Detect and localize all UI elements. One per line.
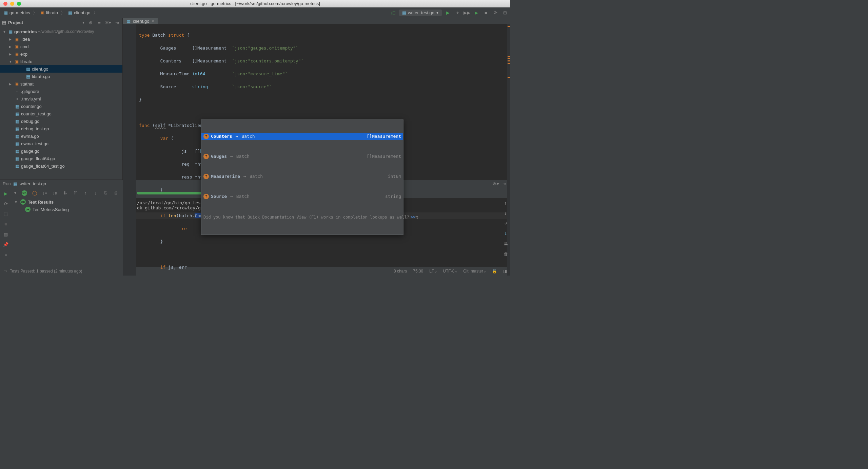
breadcrumb-item[interactable]: ▣ librato — [39, 10, 59, 16]
tree-file[interactable]: ▦ewma.go — [0, 132, 122, 140]
debug-button[interactable]: ⌖ — [454, 10, 461, 16]
hide-icon[interactable]: ⇥ — [114, 19, 120, 26]
project-view-icon[interactable]: ▤ — [2, 20, 6, 25]
completion-name: Gauges — [211, 153, 227, 160]
arrow-icon: → — [230, 153, 233, 160]
collapse-all-icon[interactable]: ⇈ — [72, 190, 79, 196]
completion-item[interactable]: f Counters → Batch []Measurement — [201, 133, 403, 140]
expand-arrow-icon[interactable]: ▼ — [14, 200, 18, 204]
tree-file[interactable]: ▦counter.go — [0, 102, 122, 110]
tree-file[interactable]: ▦counter_test.go — [0, 110, 122, 117]
tree-file[interactable]: ▫.travis.yml — [0, 95, 122, 102]
tree-folder[interactable]: ▶▣exp — [0, 50, 122, 58]
profile-button[interactable]: ▶ — [473, 10, 480, 16]
warning-marker[interactable] — [508, 58, 510, 59]
minimize-window-button[interactable] — [10, 2, 14, 6]
expand-icon[interactable]: » — [2, 251, 9, 258]
prev-icon[interactable]: ↑ — [82, 190, 89, 196]
warning-marker[interactable] — [508, 77, 510, 78]
sort-alpha-icon[interactable]: ↓a — [52, 190, 58, 196]
sort-icon[interactable]: ↓≡ — [41, 190, 48, 196]
warning-marker[interactable] — [508, 63, 510, 64]
import-icon[interactable]: ⎙ — [113, 190, 119, 196]
test-tree[interactable]: ▼ OK Test Results 3ms OK TestMetricsSort… — [12, 198, 134, 267]
expand-arrow-icon[interactable]: ▶ — [9, 37, 13, 41]
scroll-to-end-icon[interactable]: ⤓ — [502, 230, 509, 237]
tip-link[interactable]: >> — [411, 214, 415, 221]
tree-label: ewma_test.go — [21, 141, 48, 146]
test-root[interactable]: ▼ OK Test Results 3ms — [12, 198, 133, 206]
warning-marker[interactable] — [508, 56, 510, 57]
chevron-down-icon[interactable]: ▼ — [82, 21, 85, 24]
next-icon[interactable]: ↓ — [92, 190, 99, 196]
tree-file[interactable]: ▦gauge_float64.go — [0, 155, 122, 162]
settings-gear-icon[interactable]: ✻▾ — [105, 19, 112, 26]
tree-label: .idea — [20, 37, 30, 42]
build-icon[interactable]: ↓⎕ — [390, 10, 396, 16]
show-passed-icon[interactable]: OK — [21, 190, 28, 196]
tree-file[interactable]: ▫.gitignore — [0, 88, 122, 95]
expand-arrow-icon[interactable]: ▼ — [14, 191, 18, 195]
warning-marker[interactable] — [508, 60, 510, 61]
tree-folder[interactable]: ▼▣librato — [0, 58, 122, 65]
tree-file[interactable]: ▦ewma_test.go — [0, 140, 122, 147]
show-ignored-icon[interactable]: ◯ — [31, 190, 38, 196]
export-icon[interactable]: ⎘ — [102, 190, 109, 196]
completion-item[interactable]: f MeasureTime → Batch int64 — [201, 173, 403, 180]
expand-arrow-icon[interactable]: ▶ — [9, 45, 13, 49]
layout-icon[interactable]: ▤ — [2, 231, 9, 238]
tree-label: cmd — [20, 44, 29, 49]
stop-button[interactable]: ■ — [482, 10, 489, 16]
up-icon[interactable]: ↑ — [502, 200, 509, 206]
pin-icon[interactable]: ⬚ — [2, 210, 9, 217]
expand-arrow-icon[interactable]: ▼ — [3, 30, 7, 34]
pi-icon[interactable]: π — [415, 214, 418, 221]
tree-root[interactable]: ▼ ▦ go-metrics ~/work/src/github.com/rcr… — [0, 28, 122, 35]
sync-icon[interactable]: ⟳ — [492, 10, 499, 16]
run-button[interactable]: ▶ — [445, 10, 451, 16]
tree-file[interactable]: ▦debug_test.go — [0, 125, 122, 132]
tree-folder[interactable]: ▶▣cmd — [0, 43, 122, 50]
tree-file[interactable]: ▦gauge.go — [0, 147, 122, 155]
tree-file[interactable]: ▦librato.go — [0, 73, 122, 80]
project-tree[interactable]: ▼ ▦ go-metrics ~/work/src/github.com/rcr… — [0, 27, 122, 180]
rerun-button[interactable]: ▶ — [2, 190, 9, 197]
collapse-all-icon[interactable]: ≡ — [96, 19, 103, 26]
run-configuration-selector[interactable]: ▦ writer_test.go ▼ — [399, 10, 442, 16]
expand-arrow-icon[interactable]: ▶ — [9, 82, 13, 86]
expand-arrow-icon[interactable]: ▼ — [9, 60, 13, 63]
tree-folder[interactable]: ▶▣stathat — [0, 80, 122, 88]
tree-file[interactable]: ▦debug.go — [0, 117, 122, 125]
search-everywhere-icon[interactable]: ⊞ — [501, 10, 508, 16]
status-indicator-icon[interactable]: ▭ — [3, 269, 7, 274]
expand-arrow-icon[interactable]: ▶ — [9, 52, 13, 56]
tree-file[interactable]: ▦gauge_float64_test.go — [0, 162, 122, 170]
expand-all-icon[interactable]: ⇊ — [62, 190, 68, 196]
completion-item[interactable]: f Source → Batch string — [201, 193, 403, 200]
completion-name: Source — [211, 193, 227, 200]
down-icon[interactable]: ↓ — [502, 210, 509, 217]
completion-item[interactable]: f Gauges → Batch []Measurement — [201, 153, 403, 160]
tree-file-selected[interactable]: ▦client.go — [0, 65, 122, 73]
coverage-button[interactable]: ▶▶ — [463, 10, 470, 16]
test-item[interactable]: OK TestMetricsSorting 3ms — [12, 206, 133, 213]
stop-icon[interactable]: ■ — [2, 221, 9, 227]
completion-type: string — [385, 193, 401, 200]
warning-marker[interactable] — [508, 26, 510, 27]
editor-tab[interactable]: ▦ client.go × — [123, 18, 158, 24]
clear-icon[interactable]: 🗑 — [502, 250, 509, 257]
close-window-button[interactable] — [3, 2, 7, 6]
pin-tab-icon[interactable]: 📌 — [2, 241, 9, 248]
maximize-window-button[interactable] — [17, 2, 21, 6]
tree-folder[interactable]: ▶▣.idea — [0, 35, 122, 43]
toggle-auto-test-icon[interactable]: ⟳ — [2, 200, 9, 207]
scroll-from-source-icon[interactable]: ⊕ — [87, 19, 94, 26]
soft-wrap-icon[interactable]: ⤶ — [502, 220, 509, 227]
breadcrumb-item[interactable]: ▦ client.go — [66, 10, 92, 16]
completion-parent: Batch — [250, 173, 263, 180]
print-icon[interactable]: 🖶 — [502, 240, 509, 247]
close-tab-icon[interactable]: × — [151, 18, 154, 24]
breadcrumb-item[interactable]: ▦ go-metrics — [2, 10, 32, 16]
go-file-icon: ▦ — [26, 67, 31, 71]
go-file-icon: ▦ — [15, 156, 20, 161]
